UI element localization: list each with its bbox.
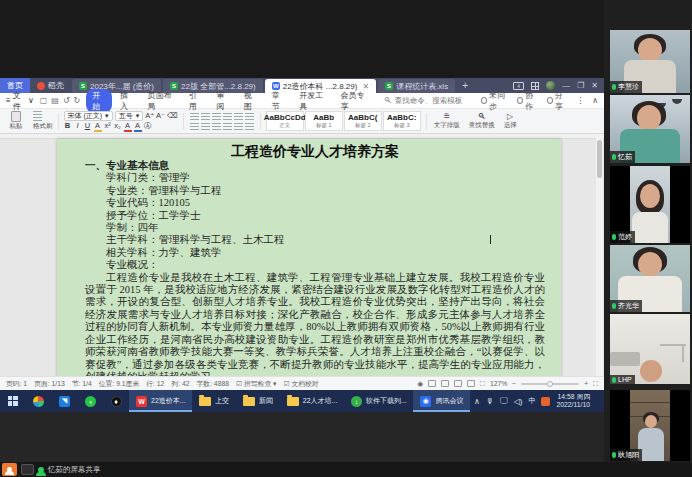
format-painter-button[interactable]: 格式刷 bbox=[33, 122, 53, 131]
select-button[interactable]: ▷ 选择 bbox=[502, 111, 519, 131]
underline-button[interactable]: U bbox=[84, 121, 92, 132]
taskbar-window-wps[interactable]: W 22造价本... bbox=[129, 390, 192, 412]
participant-video-6[interactable]: 耿旭阳 bbox=[610, 390, 690, 461]
web-view-icon[interactable] bbox=[454, 380, 462, 387]
sort-icon[interactable] bbox=[234, 113, 243, 120]
bold-button[interactable]: B bbox=[64, 121, 72, 132]
participant-video-2-speaking[interactable]: 忆茹 bbox=[610, 95, 690, 163]
document-page[interactable]: 工程造价专业人才培养方案 一、专业基本信息 学科门类：管理学 专业类：管理科学与… bbox=[57, 139, 561, 376]
scrollbar-thumb[interactable] bbox=[597, 140, 602, 178]
shrink-font-button[interactable]: A⁻ bbox=[156, 111, 165, 121]
decrease-indent-icon[interactable] bbox=[212, 113, 221, 120]
align-left-icon[interactable] bbox=[190, 123, 199, 130]
style-heading1[interactable]: AaBb 标题 1 bbox=[305, 111, 343, 131]
zoom-in-button[interactable]: + bbox=[584, 380, 588, 387]
zoom-level[interactable]: 127% bbox=[490, 380, 507, 387]
bullet-list-icon[interactable] bbox=[190, 113, 199, 120]
sharing-indicator-button[interactable] bbox=[2, 463, 17, 476]
file-menu[interactable]: ≡ 文件 ∨ bbox=[6, 90, 34, 112]
taskbar-app-qq[interactable]: ♦ bbox=[103, 390, 129, 412]
cut-icon[interactable] bbox=[33, 111, 42, 116]
taskbar-app-pinwheel[interactable] bbox=[26, 390, 52, 412]
print-icon[interactable]: ▤ bbox=[51, 96, 59, 105]
font-name-select[interactable]: 宋体 (正文)▾ bbox=[64, 111, 113, 121]
menu-item-page-layout[interactable]: 页面布局 bbox=[142, 89, 181, 113]
taskbar-window-downloads[interactable]: ↓ 软件下载列... bbox=[344, 390, 413, 412]
style-heading2[interactable]: AaBbC( 标题 2 bbox=[344, 111, 382, 131]
undo-icon[interactable]: ↺ bbox=[63, 96, 70, 105]
font-color-button[interactable]: A bbox=[134, 121, 142, 132]
microphone-tray-icon[interactable]: 🎙︎ bbox=[486, 397, 494, 406]
new-tab-button[interactable]: + bbox=[456, 78, 474, 93]
zoom-fit-icon[interactable]: ⛶ bbox=[480, 380, 485, 388]
search-input[interactable] bbox=[395, 96, 475, 105]
vertical-scrollbar[interactable] bbox=[596, 134, 603, 376]
sync-status[interactable]: 未同步 bbox=[481, 90, 509, 112]
taskbar-window-folder-2[interactable]: 新闻 bbox=[236, 390, 280, 412]
line-spacing-icon[interactable] bbox=[234, 123, 243, 130]
command-search[interactable]: 🔍︎ bbox=[384, 96, 475, 105]
collaborate-button[interactable]: 协作 bbox=[517, 90, 539, 112]
align-right-icon[interactable] bbox=[212, 123, 221, 130]
collapse-ribbon-icon[interactable]: ∧ bbox=[592, 96, 598, 105]
menu-item-home[interactable]: 开始 bbox=[86, 89, 112, 113]
find-replace-button[interactable]: 🔍︎ 查找替换 bbox=[467, 111, 497, 131]
participant-video-5[interactable]: LHP bbox=[610, 314, 690, 384]
menu-item-member[interactable]: 会员专享 bbox=[335, 89, 374, 113]
save-icon[interactable]: ▢ bbox=[40, 96, 48, 105]
participant-video-1[interactable]: 李慧珍 bbox=[610, 30, 690, 93]
security-tray-icon[interactable] bbox=[541, 397, 550, 406]
clear-format-button[interactable]: ⌫ bbox=[167, 111, 178, 121]
redo-icon[interactable]: ↻ bbox=[74, 96, 81, 105]
taskbar-window-tencent-meeting[interactable]: ◉ 腾讯会议 bbox=[413, 390, 470, 412]
ime-indicator[interactable]: 中 bbox=[528, 396, 535, 406]
borders-icon[interactable] bbox=[245, 123, 254, 130]
paste-button[interactable]: 粘贴 bbox=[4, 111, 28, 131]
superscript-button[interactable]: x² bbox=[104, 121, 112, 132]
share-button[interactable]: 分享 bbox=[547, 90, 569, 112]
fullscreen-icon[interactable]: ⛶ bbox=[593, 380, 598, 388]
menu-item-section[interactable]: 章节 bbox=[266, 89, 292, 113]
justify-icon[interactable] bbox=[223, 123, 232, 130]
tray-expand-icon[interactable]: ∧ bbox=[474, 397, 480, 406]
apps-grid-icon[interactable] bbox=[531, 82, 539, 90]
restore-button[interactable]: ❐ bbox=[577, 82, 584, 90]
menu-item-view[interactable]: 视图 bbox=[238, 89, 264, 113]
tab-docer[interactable]: 稻壳 bbox=[30, 78, 71, 93]
window-layout-icon[interactable]: 4 bbox=[513, 82, 524, 90]
copy-icon[interactable] bbox=[33, 117, 42, 122]
text-layout-button[interactable]: ≞ 文字排版 bbox=[432, 111, 462, 131]
grow-font-button[interactable]: A⁺ bbox=[145, 111, 154, 121]
doc-tab-4[interactable]: S 课程统计表.xls bbox=[378, 79, 455, 93]
menu-item-references[interactable]: 引用 bbox=[183, 89, 209, 113]
taskbar-window-folder-1[interactable]: 上交 bbox=[192, 390, 236, 412]
show-marks-icon[interactable] bbox=[245, 113, 254, 120]
align-center-icon[interactable] bbox=[201, 123, 210, 130]
display-tray-icon[interactable]: 🖵︎ bbox=[500, 396, 508, 406]
spellcheck-button[interactable]: ☑ 拼写检查 ▾ bbox=[236, 379, 276, 389]
enclose-char-button[interactable]: Ⓐ bbox=[144, 121, 152, 132]
zoom-slider-knob[interactable] bbox=[547, 381, 553, 387]
more-icon[interactable]: ⋮ bbox=[576, 96, 584, 105]
taskbar-window-folder-3[interactable]: 22人才培... bbox=[280, 390, 344, 412]
font-size-select[interactable]: 五号▾ bbox=[115, 111, 144, 121]
char-shading-button[interactable]: A bbox=[94, 121, 102, 132]
numbered-list-icon[interactable] bbox=[201, 113, 210, 120]
participant-video-4[interactable]: 齐光华 bbox=[610, 245, 690, 312]
taskbar-app-wechat[interactable]: ◖ bbox=[77, 390, 103, 412]
minimize-button[interactable]: — bbox=[562, 82, 570, 90]
menu-item-review[interactable]: 审阅 bbox=[210, 89, 236, 113]
volume-tray-icon[interactable]: ◁) bbox=[514, 397, 523, 406]
document-canvas[interactable]: 工程造价专业人才培养方案 一、专业基本信息 学科门类：管理学 专业类：管理科学与… bbox=[0, 134, 604, 376]
read-view-icon[interactable] bbox=[467, 380, 475, 387]
highlight-color-button[interactable]: A bbox=[124, 121, 132, 132]
increase-indent-icon[interactable] bbox=[223, 113, 232, 120]
view-mode-icon[interactable] bbox=[428, 380, 436, 387]
proofread-button[interactable]: ☑ 文档校对 bbox=[283, 379, 318, 389]
start-button[interactable] bbox=[0, 390, 26, 412]
outline-view-icon[interactable] bbox=[441, 380, 449, 387]
taskbar-clock[interactable]: 14:58 周四 2022/11/10 bbox=[556, 393, 590, 409]
restore-share-window-button[interactable] bbox=[21, 464, 34, 475]
eye-protect-icon[interactable]: ◉ bbox=[417, 380, 423, 388]
zoom-slider[interactable] bbox=[521, 383, 579, 385]
